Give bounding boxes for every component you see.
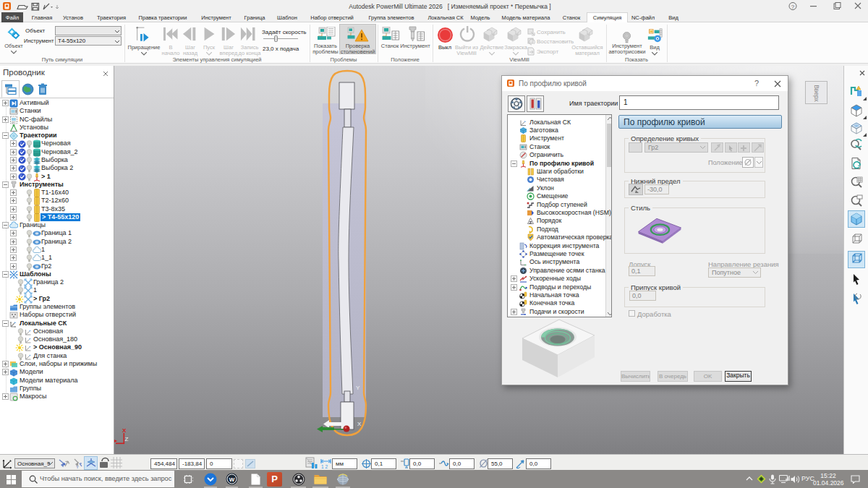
svg-text:Y: Y: [356, 385, 360, 391]
svg-text:1 2: 1 2: [321, 464, 328, 469]
svg-text:Y: Y: [76, 465, 79, 469]
svg-text:X: X: [357, 421, 362, 427]
svg-text:Z: Z: [125, 436, 129, 442]
svg-text:W: W: [229, 476, 235, 483]
svg-text:?: ?: [791, 4, 795, 10]
svg-text:X: X: [122, 427, 127, 434]
